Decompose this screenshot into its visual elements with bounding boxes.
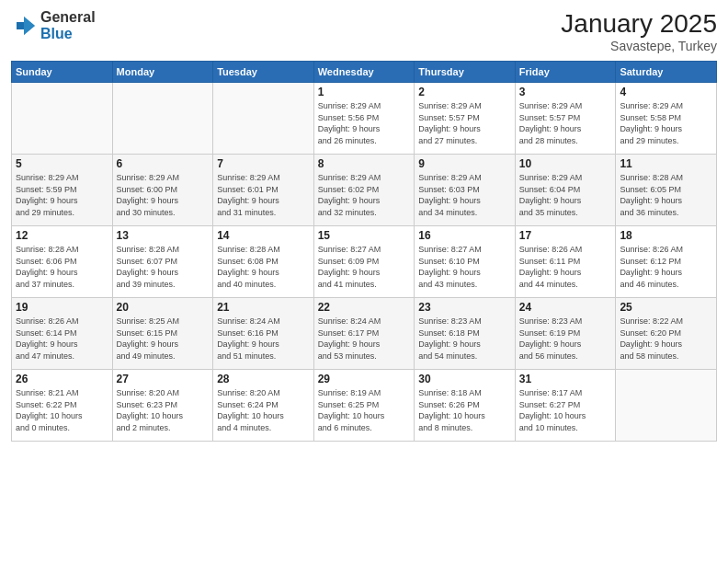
day-info: Sunrise: 8:28 AM Sunset: 6:06 PM Dayligh… [16, 244, 108, 290]
calendar-cell [213, 83, 314, 155]
day-number: 30 [418, 373, 511, 385]
day-info: Sunrise: 8:23 AM Sunset: 6:18 PM Dayligh… [418, 316, 511, 362]
week-row-2: 12Sunrise: 8:28 AM Sunset: 6:06 PM Dayli… [12, 226, 717, 298]
day-info: Sunrise: 8:29 AM Sunset: 5:56 PM Dayligh… [318, 100, 411, 146]
calendar-cell: 2Sunrise: 8:29 AM Sunset: 5:57 PM Daylig… [415, 83, 516, 155]
calendar-cell: 24Sunrise: 8:23 AM Sunset: 6:19 PM Dayli… [515, 298, 616, 370]
header: General Blue January 2025 Savastepe, Tur… [11, 9, 717, 53]
calendar-cell [12, 83, 113, 155]
calendar-cell: 1Sunrise: 8:29 AM Sunset: 5:56 PM Daylig… [313, 83, 415, 155]
day-info: Sunrise: 8:29 AM Sunset: 6:01 PM Dayligh… [217, 172, 310, 218]
day-number: 23 [418, 301, 511, 314]
calendar-cell: 20Sunrise: 8:25 AM Sunset: 6:15 PM Dayli… [112, 298, 213, 370]
day-info: Sunrise: 8:22 AM Sunset: 6:20 PM Dayligh… [620, 316, 712, 362]
header-friday: Friday [515, 62, 616, 83]
day-number: 16 [418, 229, 511, 242]
day-info: Sunrise: 8:29 AM Sunset: 6:02 PM Dayligh… [318, 172, 411, 218]
day-info: Sunrise: 8:18 AM Sunset: 6:26 PM Dayligh… [418, 387, 511, 433]
day-number: 6 [117, 157, 210, 170]
calendar-table: Sunday Monday Tuesday Wednesday Thursday… [11, 61, 717, 442]
day-number: 14 [217, 229, 310, 242]
calendar-cell: 31Sunrise: 8:17 AM Sunset: 6:27 PM Dayli… [515, 370, 616, 442]
calendar-cell: 26Sunrise: 8:21 AM Sunset: 6:22 PM Dayli… [12, 370, 113, 442]
weekday-header-row: Sunday Monday Tuesday Wednesday Thursday… [12, 62, 717, 83]
week-row-3: 19Sunrise: 8:26 AM Sunset: 6:14 PM Dayli… [12, 298, 717, 370]
logo-text: General Blue [40, 9, 96, 41]
header-tuesday: Tuesday [213, 62, 314, 83]
calendar-cell: 8Sunrise: 8:29 AM Sunset: 6:02 PM Daylig… [313, 155, 415, 226]
day-number: 7 [217, 157, 310, 170]
logo-general-text: General [40, 9, 96, 26]
day-number: 11 [620, 157, 712, 170]
day-info: Sunrise: 8:24 AM Sunset: 6:16 PM Dayligh… [217, 316, 310, 362]
month-title: January 2025 [561, 9, 717, 39]
day-info: Sunrise: 8:27 AM Sunset: 6:10 PM Dayligh… [418, 244, 511, 290]
calendar-cell: 12Sunrise: 8:28 AM Sunset: 6:06 PM Dayli… [12, 226, 113, 298]
calendar-cell: 17Sunrise: 8:26 AM Sunset: 6:11 PM Dayli… [515, 226, 616, 298]
calendar-cell: 13Sunrise: 8:28 AM Sunset: 6:07 PM Dayli… [112, 226, 213, 298]
day-info: Sunrise: 8:27 AM Sunset: 6:09 PM Dayligh… [318, 244, 411, 290]
calendar-cell: 4Sunrise: 8:29 AM Sunset: 5:58 PM Daylig… [616, 83, 717, 155]
day-info: Sunrise: 8:29 AM Sunset: 5:59 PM Dayligh… [16, 172, 108, 218]
day-info: Sunrise: 8:26 AM Sunset: 6:12 PM Dayligh… [620, 244, 712, 290]
calendar-cell: 16Sunrise: 8:27 AM Sunset: 6:10 PM Dayli… [415, 226, 516, 298]
day-number: 29 [318, 373, 411, 385]
day-number: 25 [620, 301, 712, 314]
day-number: 22 [318, 301, 411, 314]
calendar-cell: 15Sunrise: 8:27 AM Sunset: 6:09 PM Dayli… [313, 226, 415, 298]
calendar-cell [616, 370, 717, 442]
calendar-cell: 22Sunrise: 8:24 AM Sunset: 6:17 PM Dayli… [313, 298, 415, 370]
calendar-cell: 18Sunrise: 8:26 AM Sunset: 6:12 PM Dayli… [616, 226, 717, 298]
day-number: 19 [16, 301, 108, 314]
day-number: 27 [117, 373, 210, 385]
calendar-cell: 7Sunrise: 8:29 AM Sunset: 6:01 PM Daylig… [213, 155, 314, 226]
day-info: Sunrise: 8:29 AM Sunset: 6:03 PM Dayligh… [418, 172, 511, 218]
day-info: Sunrise: 8:24 AM Sunset: 6:17 PM Dayligh… [318, 316, 411, 362]
day-info: Sunrise: 8:23 AM Sunset: 6:19 PM Dayligh… [519, 316, 612, 362]
day-info: Sunrise: 8:26 AM Sunset: 6:14 PM Dayligh… [16, 316, 108, 362]
day-number: 17 [519, 229, 612, 242]
day-info: Sunrise: 8:28 AM Sunset: 6:05 PM Dayligh… [620, 172, 712, 218]
day-number: 21 [217, 301, 310, 314]
calendar-cell: 10Sunrise: 8:29 AM Sunset: 6:04 PM Dayli… [515, 155, 616, 226]
week-row-0: 1Sunrise: 8:29 AM Sunset: 5:56 PM Daylig… [12, 83, 717, 155]
logo-icon [11, 13, 37, 39]
calendar-cell: 11Sunrise: 8:28 AM Sunset: 6:05 PM Dayli… [616, 155, 717, 226]
calendar-cell: 9Sunrise: 8:29 AM Sunset: 6:03 PM Daylig… [415, 155, 516, 226]
title-block: January 2025 Savastepe, Turkey [561, 9, 717, 53]
calendar-cell: 25Sunrise: 8:22 AM Sunset: 6:20 PM Dayli… [616, 298, 717, 370]
day-number: 28 [217, 373, 310, 385]
calendar-cell: 28Sunrise: 8:20 AM Sunset: 6:24 PM Dayli… [213, 370, 314, 442]
day-info: Sunrise: 8:26 AM Sunset: 6:11 PM Dayligh… [519, 244, 612, 290]
calendar-cell: 19Sunrise: 8:26 AM Sunset: 6:14 PM Dayli… [12, 298, 113, 370]
day-number: 1 [318, 86, 411, 98]
day-number: 2 [418, 86, 511, 98]
day-number: 8 [318, 157, 411, 170]
day-info: Sunrise: 8:29 AM Sunset: 5:57 PM Dayligh… [519, 100, 612, 146]
day-number: 5 [16, 157, 108, 170]
week-row-4: 26Sunrise: 8:21 AM Sunset: 6:22 PM Dayli… [12, 370, 717, 442]
calendar-cell: 5Sunrise: 8:29 AM Sunset: 5:59 PM Daylig… [12, 155, 113, 226]
location: Savastepe, Turkey [561, 39, 717, 53]
calendar-cell: 14Sunrise: 8:28 AM Sunset: 6:08 PM Dayli… [213, 226, 314, 298]
week-row-1: 5Sunrise: 8:29 AM Sunset: 5:59 PM Daylig… [12, 155, 717, 226]
day-info: Sunrise: 8:29 AM Sunset: 5:58 PM Dayligh… [620, 100, 712, 146]
day-info: Sunrise: 8:29 AM Sunset: 6:00 PM Dayligh… [117, 172, 210, 218]
day-info: Sunrise: 8:17 AM Sunset: 6:27 PM Dayligh… [519, 387, 612, 433]
calendar-cell: 27Sunrise: 8:20 AM Sunset: 6:23 PM Dayli… [112, 370, 213, 442]
calendar-cell: 21Sunrise: 8:24 AM Sunset: 6:16 PM Dayli… [213, 298, 314, 370]
day-info: Sunrise: 8:20 AM Sunset: 6:23 PM Dayligh… [117, 387, 210, 433]
day-info: Sunrise: 8:20 AM Sunset: 6:24 PM Dayligh… [217, 387, 310, 433]
header-saturday: Saturday [616, 62, 717, 83]
logo-blue-text: Blue [40, 26, 96, 42]
day-number: 24 [519, 301, 612, 314]
header-thursday: Thursday [415, 62, 516, 83]
header-wednesday: Wednesday [313, 62, 415, 83]
calendar-cell: 29Sunrise: 8:19 AM Sunset: 6:25 PM Dayli… [313, 370, 415, 442]
day-number: 9 [418, 157, 511, 170]
day-number: 12 [16, 229, 108, 242]
page: General Blue January 2025 Savastepe, Tur… [0, 0, 728, 563]
day-number: 10 [519, 157, 612, 170]
calendar-cell: 30Sunrise: 8:18 AM Sunset: 6:26 PM Dayli… [415, 370, 516, 442]
day-info: Sunrise: 8:29 AM Sunset: 5:57 PM Dayligh… [418, 100, 511, 146]
